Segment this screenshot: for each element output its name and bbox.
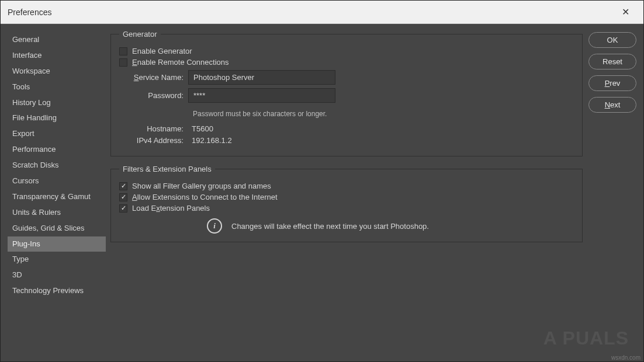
sidebar-item-history-log[interactable]: History Log — [8, 95, 106, 111]
prev-button[interactable]: Prev — [588, 75, 636, 91]
service-name-label: Service Name: — [119, 73, 188, 82]
sidebar-item-technology-previews[interactable]: Technology Previews — [8, 283, 106, 299]
show-all-checkbox[interactable] — [119, 182, 127, 190]
sidebar-item-cursors[interactable]: Cursors — [8, 173, 106, 189]
sidebar-item-guides-grid-slices[interactable]: Guides, Grid & Slices — [8, 221, 106, 236]
allow-extensions-checkbox[interactable] — [119, 193, 127, 201]
enable-remote-row[interactable]: Enable Remote Connections — [119, 58, 574, 67]
sidebar-item-file-handling[interactable]: File Handling — [8, 110, 106, 126]
load-extension-checkbox[interactable] — [119, 204, 127, 213]
info-row: i Changes will take effect the next time… — [119, 218, 574, 234]
show-all-label: Show all Filter Gallery groups and names — [132, 182, 271, 190]
password-hint: Password must be six characters or longe… — [193, 106, 574, 121]
sidebar-item-tools[interactable]: Tools — [8, 79, 106, 95]
sidebar-item-plug-ins[interactable]: Plug-Ins — [8, 236, 106, 252]
service-name-row: Service Name: — [119, 70, 574, 85]
show-all-row[interactable]: Show all Filter Gallery groups and names — [119, 182, 574, 190]
load-extension-label: Load Extension Panels — [132, 204, 210, 213]
sidebar-item-general[interactable]: General — [8, 32, 106, 48]
allow-extensions-row[interactable]: Allow Extensions to Connect to the Inter… — [119, 193, 574, 201]
enable-generator-checkbox[interactable] — [119, 47, 127, 55]
hostname-label: Hostname: — [119, 124, 188, 133]
sidebar-item-units-rulers[interactable]: Units & Rulers — [8, 205, 106, 221]
main-panel: Generator Enable Generator Enable Remote… — [110, 30, 584, 354]
enable-remote-checkbox[interactable] — [119, 58, 127, 67]
ipv4-label: IPv4 Address: — [119, 136, 188, 145]
sidebar-item-performance[interactable]: Performance — [8, 142, 106, 158]
enable-generator-label: Enable Generator — [132, 47, 192, 55]
window-title: Preferences — [8, 8, 51, 17]
sidebar-item-transparency-gamut[interactable]: Transparency & Gamut — [8, 189, 106, 205]
filters-group: Filters & Extension Panels Show all Filt… — [110, 165, 583, 242]
load-extension-row[interactable]: Load Extension Panels — [119, 204, 574, 213]
filters-legend: Filters & Extension Panels — [119, 165, 215, 173]
info-icon: i — [207, 218, 222, 234]
sidebar-item-scratch-disks[interactable]: Scratch Disks — [8, 158, 106, 173]
sidebar-item-workspace[interactable]: Workspace — [8, 64, 106, 79]
next-button[interactable]: Next — [588, 97, 636, 113]
generator-legend: Generator — [119, 30, 161, 39]
dialog-buttons: OK Reset Prev Next — [588, 30, 636, 354]
ipv4-value: 192.168.1.2 — [188, 136, 232, 145]
password-label: Password: — [119, 91, 188, 100]
sidebar-item-export[interactable]: Export — [8, 126, 106, 142]
close-button[interactable]: ✕ — [614, 1, 636, 23]
generator-group: Generator Enable Generator Enable Remote… — [110, 30, 583, 156]
preferences-window: Preferences ✕ General Interface Workspac… — [0, 0, 644, 362]
enable-generator-row[interactable]: Enable Generator — [119, 47, 574, 55]
service-name-input[interactable] — [188, 70, 335, 85]
info-text: Changes will take effect the next time y… — [231, 222, 429, 231]
hostname-value: T5600 — [188, 124, 213, 133]
titlebar: Preferences ✕ — [1, 1, 643, 24]
ipv4-row: IPv4 Address: 192.168.1.2 — [119, 136, 574, 145]
sidebar-item-3d[interactable]: 3D — [8, 267, 106, 283]
password-row: Password: — [119, 88, 574, 103]
sidebar-item-interface[interactable]: Interface — [8, 48, 106, 64]
hostname-row: Hostname: T5600 — [119, 124, 574, 133]
preferences-sidebar: General Interface Workspace Tools Histor… — [8, 30, 106, 354]
ok-button[interactable]: OK — [588, 32, 636, 48]
allow-extensions-label: Allow Extensions to Connect to the Inter… — [132, 193, 278, 201]
password-input[interactable] — [188, 88, 335, 103]
sidebar-item-type[interactable]: Type — [8, 252, 106, 267]
reset-button[interactable]: Reset — [588, 54, 636, 69]
dialog-body: General Interface Workspace Tools Histor… — [1, 24, 643, 361]
enable-remote-label: Enable Remote Connections — [132, 58, 229, 67]
close-icon: ✕ — [622, 6, 629, 18]
